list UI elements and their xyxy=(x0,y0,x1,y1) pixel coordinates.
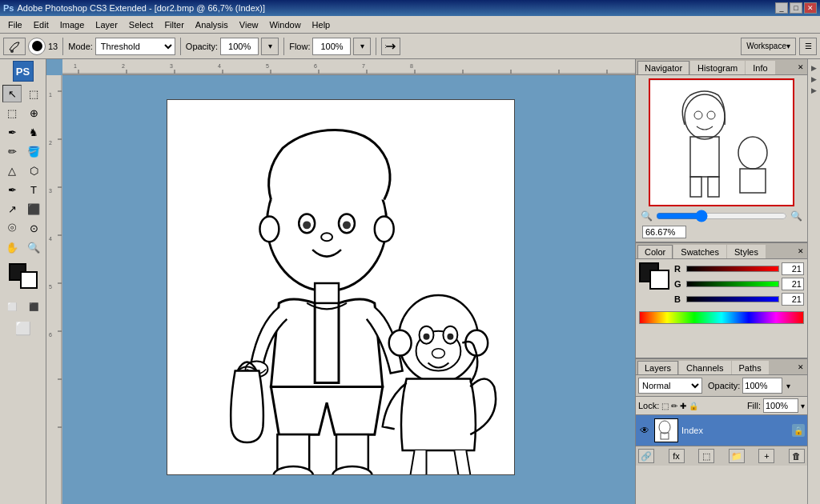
tool-hand[interactable]: ✋ xyxy=(2,238,22,256)
b-slider[interactable] xyxy=(686,296,779,302)
fg-bg-colors[interactable] xyxy=(9,263,38,289)
brush-preview[interactable] xyxy=(28,38,46,55)
tab-paths[interactable]: Paths xyxy=(732,361,769,374)
tool-path[interactable]: ↗ xyxy=(2,200,22,218)
menu-view[interactable]: View xyxy=(235,18,263,31)
tool-shape[interactable]: ⬛ xyxy=(24,200,43,218)
lock-transparency-icon[interactable]: ⬚ xyxy=(661,402,669,410)
lock-all-icon[interactable]: 🔒 xyxy=(689,402,698,410)
lock-image-icon[interactable]: ✏ xyxy=(671,402,677,410)
menu-select[interactable]: Select xyxy=(124,18,159,31)
menu-image[interactable]: Image xyxy=(55,18,90,31)
zoom-in-icon[interactable]: 🔍 xyxy=(790,210,802,222)
zoom-out-icon[interactable]: 🔍 xyxy=(641,210,653,222)
tool-text[interactable]: T xyxy=(24,181,43,198)
fill-input[interactable] xyxy=(763,398,798,413)
b-value[interactable]: 21 xyxy=(782,293,804,306)
tool-eyedrop[interactable]: ⊙ xyxy=(24,219,43,237)
mode-select[interactable]: Threshold xyxy=(95,38,175,55)
delete-layer-button[interactable]: 🗑 xyxy=(789,449,805,463)
maximize-button[interactable]: □ xyxy=(790,2,802,14)
minimize-button[interactable]: _ xyxy=(775,2,788,14)
tool-lasso[interactable]: ⬚ xyxy=(24,85,43,102)
tools-row-7: ↗ ⬛ xyxy=(2,199,44,218)
tool-crop[interactable]: ⊕ xyxy=(24,104,43,122)
lock-position-icon[interactable]: ✚ xyxy=(680,402,686,410)
tool-dodge[interactable]: ⬡ xyxy=(24,162,43,179)
tool-clone[interactable]: ♞ xyxy=(24,123,43,141)
g-slider[interactable] xyxy=(686,281,779,287)
layer-link-button[interactable]: 🔗 xyxy=(638,449,654,463)
color-preview-row: R 21 G 21 xyxy=(639,262,804,308)
tool-move[interactable]: ↖ xyxy=(2,85,22,102)
layer-visibility-icon[interactable]: 👁 xyxy=(638,424,651,437)
layers-panel-close[interactable]: ✕ xyxy=(796,362,806,372)
zoom-slider[interactable] xyxy=(656,210,787,222)
new-layer-button[interactable]: + xyxy=(758,449,774,463)
collapse-arrow-mid[interactable]: ▶ xyxy=(811,75,817,83)
tool-heal[interactable]: ✒ xyxy=(2,123,22,141)
tool-notes[interactable]: ⦾ xyxy=(2,219,22,237)
layer-opacity-input[interactable] xyxy=(742,378,782,394)
menu-layer[interactable]: Layer xyxy=(90,18,123,31)
opacity-input[interactable] xyxy=(220,38,259,55)
blend-mode-select[interactable]: Normal xyxy=(638,378,702,394)
layer-mask-button[interactable]: ⬚ xyxy=(698,449,714,463)
layer-row-index[interactable]: 👁 Index 🔒 xyxy=(636,415,807,446)
menu-file[interactable]: File xyxy=(3,18,27,31)
nav-panel-close[interactable]: ✕ xyxy=(796,62,806,72)
collapse-arrow-bot[interactable]: ▶ xyxy=(811,86,817,94)
tool-blur[interactable]: △ xyxy=(2,162,22,179)
layer-style-button[interactable]: fx xyxy=(669,449,685,463)
fg-bg-color-preview[interactable] xyxy=(639,262,669,290)
workspace-btn[interactable]: Workspace ▾ xyxy=(741,38,796,55)
tool-paint[interactable]: 🪣 xyxy=(24,142,43,160)
tool-zoom[interactable]: 🔍 xyxy=(24,238,43,256)
menu-filter[interactable]: Filter xyxy=(159,18,188,31)
bg-color-swatch[interactable] xyxy=(649,270,669,290)
tab-color[interactable]: Color xyxy=(637,245,673,258)
tab-channels[interactable]: Channels xyxy=(679,361,730,374)
tab-info[interactable]: Info xyxy=(746,61,774,74)
tool-marquee[interactable]: ⬚ xyxy=(2,104,22,122)
color-panel-close[interactable]: ✕ xyxy=(796,246,806,256)
menu-edit[interactable]: Edit xyxy=(29,18,54,31)
brush-tool-button[interactable] xyxy=(3,38,26,55)
fill-arrow[interactable]: ▾ xyxy=(801,402,805,410)
close-button[interactable]: ✕ xyxy=(804,2,817,14)
flow-input[interactable] xyxy=(312,38,351,55)
opacity-arrow[interactable]: ▾ xyxy=(261,38,279,55)
tab-histogram[interactable]: Histogram xyxy=(690,61,745,74)
opacity-expand-arrow[interactable]: ▾ xyxy=(786,382,790,390)
airbrush-button[interactable] xyxy=(381,38,400,55)
menu-analysis[interactable]: Analysis xyxy=(191,18,233,31)
tab-styles[interactable]: Styles xyxy=(727,245,766,258)
window-controls[interactable]: _ □ ✕ xyxy=(775,2,817,14)
background-color[interactable] xyxy=(20,271,38,289)
r-slider[interactable] xyxy=(686,266,779,272)
photoshop-canvas[interactable] xyxy=(167,99,515,475)
collapse-arrow-top[interactable]: ▶ xyxy=(811,64,817,72)
opacity-label: Opacity: xyxy=(708,381,740,390)
tab-swatches[interactable]: Swatches xyxy=(673,245,726,258)
menu-window[interactable]: Window xyxy=(264,18,305,31)
tools-row-9: ✋ 🔍 xyxy=(2,238,44,257)
g-value[interactable]: 21 xyxy=(782,278,804,290)
tool-change-screen[interactable]: ⬜ xyxy=(4,319,42,337)
tool-pen[interactable]: ✒ xyxy=(2,181,22,198)
panel-collapse-controls: ▶ ▶ ▶ xyxy=(807,59,820,504)
tab-navigator[interactable]: Navigator xyxy=(637,61,689,74)
flow-arrow[interactable]: ▾ xyxy=(353,38,371,55)
tool-eraser[interactable]: ✏ xyxy=(2,142,22,160)
toolbar-menu-btn[interactable]: ☰ xyxy=(799,38,817,55)
color-spectrum[interactable] xyxy=(639,311,804,324)
layer-group-button[interactable]: 📁 xyxy=(729,449,745,463)
menu-help[interactable]: Help xyxy=(308,18,336,31)
zoom-value-input[interactable] xyxy=(642,226,686,238)
tab-layers[interactable]: Layers xyxy=(637,361,678,374)
tool-screen-mode[interactable]: ⬜ xyxy=(2,298,22,315)
separator-2 xyxy=(180,38,181,55)
tool-quick-mask[interactable]: ⬛ xyxy=(24,298,43,315)
navigator-content: 🔍 🔍 xyxy=(636,75,807,243)
r-value[interactable]: 21 xyxy=(782,262,804,275)
